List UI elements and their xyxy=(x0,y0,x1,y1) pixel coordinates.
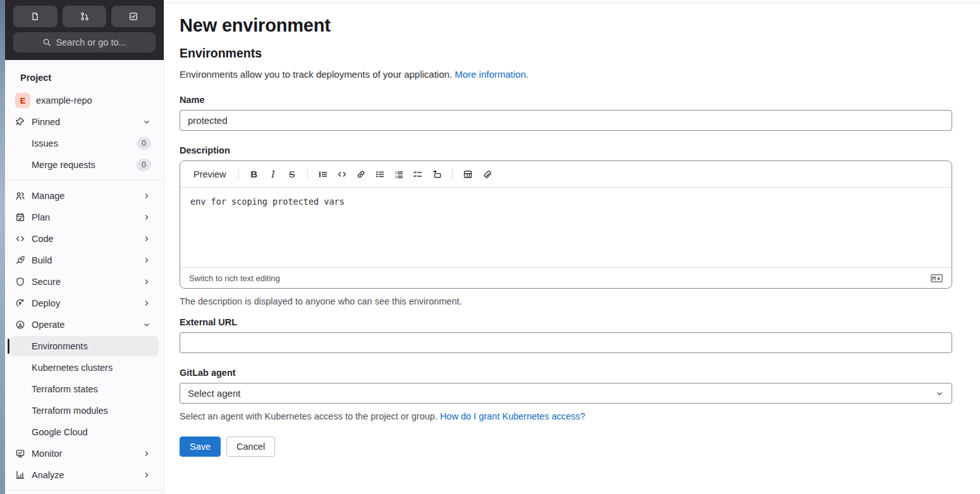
calendar-icon xyxy=(15,212,25,222)
sidebar-item-build[interactable]: Build xyxy=(10,250,159,270)
agent-select-value: Select agent xyxy=(188,388,240,399)
merge-requests-shortcut-button[interactable] xyxy=(63,6,107,27)
chevron-right-icon xyxy=(142,213,151,222)
blockquote-icon xyxy=(318,169,328,179)
project-avatar: E xyxy=(15,93,30,108)
sidebar-item-terraform-modules[interactable]: Terraform modules xyxy=(10,401,159,421)
editor-footer: Switch to rich text editing xyxy=(180,267,952,288)
save-button[interactable]: Save xyxy=(180,437,221,457)
search-input[interactable]: Search or go to... xyxy=(13,32,156,52)
strikethrough-button[interactable]: S xyxy=(284,166,300,183)
more-information-link[interactable]: More information. xyxy=(455,69,529,80)
agent-help-text: Select an agent with Kubernetes access t… xyxy=(180,411,952,421)
merge-requests-count-badge: 0 xyxy=(137,159,151,172)
pinned-label: Pinned xyxy=(32,117,142,127)
sidebar-item-plan[interactable]: Plan xyxy=(10,207,159,227)
task-list-button[interactable] xyxy=(410,166,426,183)
external-url-input[interactable] xyxy=(180,332,952,353)
app-window: Search or go to... Project E example-rep… xyxy=(0,0,980,494)
issues-shortcut-button[interactable] xyxy=(13,6,58,27)
sidebar-item-operate[interactable]: Operate xyxy=(10,315,159,335)
sidebar-item-analyze[interactable]: Analyze xyxy=(10,465,159,485)
sidebar-item-google-cloud[interactable]: Google Cloud xyxy=(10,422,159,442)
italic-button[interactable]: I xyxy=(265,166,281,183)
description-textarea[interactable]: env for scoping protected vars xyxy=(180,188,952,267)
sidebar-divider xyxy=(5,490,164,491)
numbered-list-icon: 12 xyxy=(394,169,404,179)
paperclip-icon xyxy=(482,169,492,179)
switch-to-rich-text-link[interactable]: Switch to rich text editing xyxy=(189,274,280,283)
chevron-right-icon xyxy=(142,234,151,243)
sidebar-item-project[interactable]: E example-repo xyxy=(10,90,159,111)
sidebar-divider xyxy=(5,180,164,181)
task-list-icon xyxy=(413,169,423,179)
search-placeholder: Search or go to... xyxy=(56,37,126,47)
intro-text: Environments allow you to track deployme… xyxy=(180,69,952,80)
sidebar-item-manage[interactable]: Manage xyxy=(10,186,159,206)
collapsible-section-button[interactable] xyxy=(429,166,445,183)
code-icon xyxy=(337,169,347,179)
chevron-right-icon xyxy=(142,277,151,286)
sidebar-item-merge-requests[interactable]: Merge requests 0 xyxy=(10,155,159,175)
sidebar-item-code[interactable]: Code xyxy=(10,229,159,249)
link-button[interactable] xyxy=(353,166,369,183)
section-heading: Environments xyxy=(180,46,952,61)
issues-count-badge: 0 xyxy=(137,137,151,150)
sidebar-item-monitor[interactable]: Monitor xyxy=(10,443,159,464)
sidebar-item-issues[interactable]: Issues 0 xyxy=(10,133,159,154)
link-icon xyxy=(356,169,366,179)
cancel-button[interactable]: Cancel xyxy=(226,437,275,457)
chevron-right-icon xyxy=(142,256,151,265)
markdown-toolbar: Preview B I S 12 xyxy=(180,161,952,188)
sidebar-item-kubernetes-clusters[interactable]: Kubernetes clusters xyxy=(10,358,159,378)
svg-text:2: 2 xyxy=(395,174,397,178)
sidebar-nav: Project E example-repo Pinned Issues 0 M… xyxy=(5,60,164,494)
attach-file-button[interactable] xyxy=(479,166,495,183)
chevron-down-icon xyxy=(142,117,151,126)
chevron-down-icon xyxy=(142,320,151,329)
sidebar-item-pinned[interactable]: Pinned xyxy=(10,112,159,132)
issues-label: Issues xyxy=(32,138,137,148)
pin-icon xyxy=(15,117,25,127)
name-input[interactable] xyxy=(180,110,952,131)
rocket-icon xyxy=(15,255,25,265)
chevron-right-icon xyxy=(142,449,151,458)
table-button[interactable] xyxy=(460,166,476,183)
description-help-text: The description is displayed to anyone w… xyxy=(180,296,952,306)
sidebar-item-environments[interactable]: Environments xyxy=(10,336,159,356)
chevron-down-icon xyxy=(935,389,944,398)
sidebar-item-terraform-states[interactable]: Terraform states xyxy=(10,379,159,399)
blockquote-button[interactable] xyxy=(315,166,331,183)
code-icon xyxy=(15,234,25,244)
bullet-list-button[interactable] xyxy=(372,166,388,183)
bold-button[interactable]: B xyxy=(246,166,262,183)
preview-button[interactable]: Preview xyxy=(188,166,231,183)
markdown-icon[interactable] xyxy=(931,274,943,282)
sidebar-item-secure[interactable]: Secure xyxy=(10,272,159,292)
agent-select[interactable]: Select agent xyxy=(180,383,952,404)
sidebar-header: Search or go to... xyxy=(5,0,164,60)
chevron-right-icon xyxy=(142,471,151,479)
issue-icon xyxy=(30,11,40,21)
deploy-icon xyxy=(15,298,25,308)
kubernetes-access-link[interactable]: How do I grant Kubernetes access? xyxy=(440,411,585,421)
toolbar-separator xyxy=(307,169,308,180)
project-name: example-repo xyxy=(36,95,151,105)
chevron-right-icon xyxy=(142,191,151,200)
monitor-icon xyxy=(15,449,25,459)
check-square-icon xyxy=(128,11,138,21)
merge-request-icon xyxy=(80,11,90,21)
page-top-divider xyxy=(164,3,980,3)
todo-shortcut-button[interactable] xyxy=(111,6,156,27)
page-title: New environment xyxy=(180,15,952,36)
code-button[interactable] xyxy=(334,166,350,183)
globe-gear-icon xyxy=(15,320,25,330)
gitlab-agent-label: GitLab agent xyxy=(180,368,952,378)
merge-requests-label: Merge requests xyxy=(32,160,137,170)
main-content: New environment Environments Environment… xyxy=(164,0,980,494)
chart-icon xyxy=(15,470,25,480)
external-url-label: External URL xyxy=(180,317,952,327)
numbered-list-button[interactable]: 12 xyxy=(391,166,407,183)
sidebar-item-deploy[interactable]: Deploy xyxy=(10,293,159,313)
sidebar: Search or go to... Project E example-rep… xyxy=(5,0,164,494)
